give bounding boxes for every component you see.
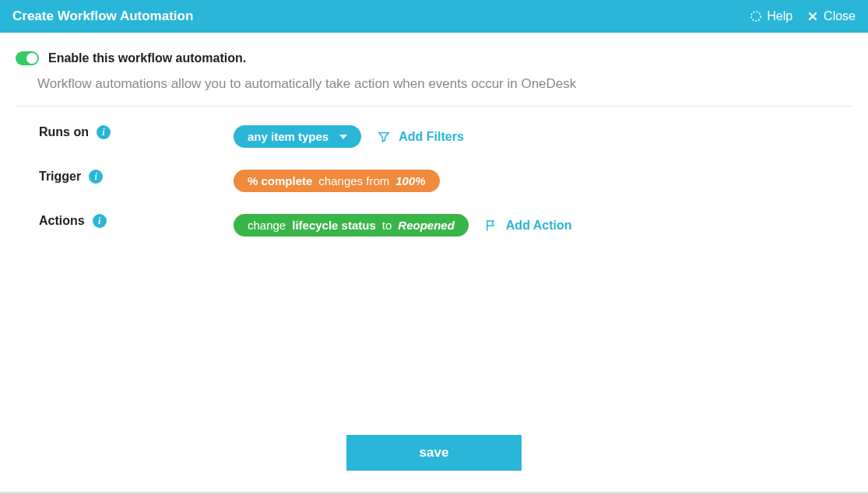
enable-label: Enable this workflow automation. (48, 51, 246, 65)
add-action-button[interactable]: Add Action (484, 219, 572, 233)
actions-body: change lifecycle status to Reopened Add … (234, 214, 572, 236)
header-actions: Help Close (750, 9, 856, 23)
flag-icon (484, 219, 498, 233)
trigger-label: Trigger (39, 170, 81, 184)
modal-content: Enable this workflow automation. Workflo… (0, 33, 868, 236)
help-label: Help (767, 9, 792, 23)
bottom-shadow (0, 491, 868, 494)
info-icon[interactable]: i (89, 170, 103, 184)
close-label: Close (824, 9, 856, 23)
action-pill[interactable]: change lifecycle status to Reopened (234, 214, 469, 236)
actions-label-cell: Actions i (16, 214, 234, 228)
runs-on-row: Runs on i any item types Add Filters (16, 125, 852, 148)
save-button[interactable]: save (346, 435, 522, 471)
filter-icon (377, 130, 391, 144)
svg-point-0 (751, 12, 761, 21)
action-to: to (382, 219, 392, 232)
chevron-down-icon (339, 135, 347, 139)
info-icon[interactable]: i (97, 125, 111, 139)
trigger-field: % complete (248, 174, 312, 187)
trigger-pill[interactable]: % complete changes from 100% (234, 170, 440, 192)
action-verb: change (248, 219, 286, 232)
action-field: lifecycle status (292, 219, 376, 232)
trigger-verb: changes from (318, 174, 389, 187)
trigger-row: Trigger i % complete changes from 100% (16, 170, 852, 192)
actions-row: Actions i change lifecycle status to Reo… (16, 214, 852, 236)
actions-label: Actions (39, 214, 85, 228)
close-button[interactable]: Close (807, 9, 856, 23)
trigger-label-cell: Trigger i (16, 170, 234, 184)
item-types-value: any item types (248, 130, 329, 143)
runs-on-body: any item types Add Filters (234, 125, 464, 148)
modal-header: Create Workflow Automation Help Close (0, 0, 868, 33)
action-value: Reopened (398, 219, 455, 232)
modal-title: Create Workflow Automation (12, 9, 750, 24)
close-icon (807, 10, 819, 23)
save-row: save (0, 435, 868, 471)
runs-on-label: Runs on (39, 125, 89, 139)
help-button[interactable]: Help (750, 9, 792, 23)
enable-row: Enable this workflow automation. (16, 51, 852, 65)
help-icon (750, 10, 762, 23)
item-types-dropdown[interactable]: any item types (234, 125, 361, 148)
runs-on-label-cell: Runs on i (16, 125, 234, 139)
enable-toggle[interactable] (16, 51, 39, 65)
add-action-label: Add Action (506, 219, 572, 233)
automation-description: Workflow automations allow you to automa… (37, 76, 852, 92)
add-filters-button[interactable]: Add Filters (377, 130, 464, 144)
trigger-value: 100% (395, 174, 425, 187)
info-icon[interactable]: i (93, 214, 107, 228)
trigger-body: % complete changes from 100% (234, 170, 440, 192)
add-filters-label: Add Filters (399, 130, 464, 144)
divider (16, 106, 852, 107)
